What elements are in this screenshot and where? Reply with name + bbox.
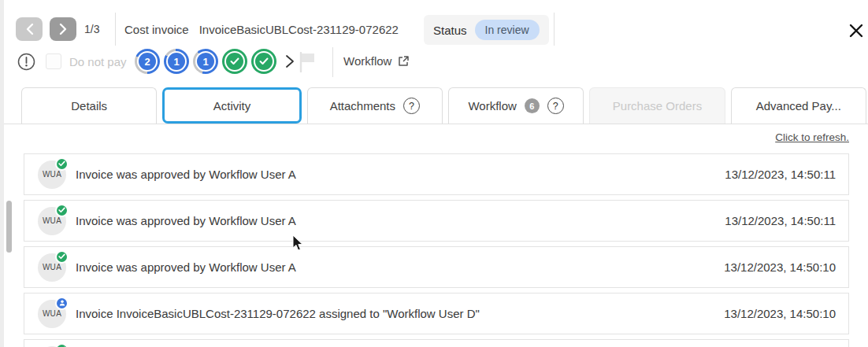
do-not-pay-checkbox[interactable] xyxy=(46,54,61,69)
activity-feed: WUA Invoice was approved by Workflow Use… xyxy=(24,153,849,347)
expand-steps-button[interactable] xyxy=(285,54,295,69)
page-indicator: 1/3 xyxy=(84,23,99,35)
status-label: Status xyxy=(433,24,467,37)
close-button[interactable] xyxy=(846,20,866,41)
tab-label: Attachments xyxy=(330,99,395,113)
workflow-link-label: Workflow xyxy=(343,54,391,68)
external-link-icon xyxy=(398,55,410,67)
activity-row: WUA Invoice was approved by Workflow Use… xyxy=(24,200,849,242)
page-title: Cost invoiceInvoiceBasicUBLCost-231129-0… xyxy=(124,23,399,36)
workflow-step-badge-done[interactable] xyxy=(251,49,276,74)
previous-invoice-button[interactable] xyxy=(16,17,43,41)
workflow-step-badge[interactable]: 2 xyxy=(135,49,160,74)
workflow-step-badge-done[interactable] xyxy=(222,49,247,74)
step-count: 1 xyxy=(168,53,185,70)
activity-text: Invoice InvoiceBasicUBLCost-231129-07262… xyxy=(76,307,480,320)
help-icon[interactable]: ? xyxy=(403,98,420,114)
activity-panel: Click to refresh. WUA Invoice was approv… xyxy=(4,124,868,347)
activity-row: WUA Invoice InvoiceBasicUBLCost-231129-0… xyxy=(24,293,849,334)
workflow-step-badge[interactable]: 1 xyxy=(193,49,218,74)
workflow-external-link[interactable]: Workflow xyxy=(343,54,410,68)
approved-badge-icon xyxy=(55,157,69,171)
activity-text: Invoice was approved by Workflow User A xyxy=(76,260,296,274)
help-icon[interactable]: ? xyxy=(547,98,564,114)
step-count: 1 xyxy=(197,53,214,70)
tab-workflow[interactable]: Workflow 6 ? xyxy=(448,87,584,124)
tab-label: Workflow xyxy=(468,99,516,113)
avatar: WUA xyxy=(38,253,66,282)
divider xyxy=(115,13,116,46)
refresh-link[interactable]: Click to refresh. xyxy=(775,131,849,143)
activity-row: WUA Invoice was approved by Workflow Use… xyxy=(24,246,849,288)
divider xyxy=(332,47,333,77)
activity-timestamp: 13/12/2023, 14:50:10 xyxy=(724,307,836,320)
tab-label: Activity xyxy=(213,99,251,113)
avatar: WUA xyxy=(38,161,66,189)
avatar: WUA xyxy=(38,207,66,235)
invoice-detail-panel: 1/3 Cost invoiceInvoiceBasicUBLCost-2311… xyxy=(0,0,868,347)
approved-badge-icon xyxy=(55,343,69,347)
doc-id-label: InvoiceBasicUBLCost-231129-072622 xyxy=(199,23,399,36)
chevron-left-icon xyxy=(25,23,34,35)
activity-timestamp: 13/12/2023, 14:50:11 xyxy=(725,168,836,181)
tab-count-badge: 6 xyxy=(525,98,540,113)
vertical-scrollbar-thumb[interactable] xyxy=(6,201,12,253)
avatar: WUA xyxy=(38,300,66,328)
doc-type-label: Cost invoice xyxy=(124,23,189,36)
tab-bar: Details Activity Attachments ? Workflow … xyxy=(21,87,866,124)
next-invoice-button[interactable] xyxy=(50,17,76,41)
activity-timestamp: 13/12/2023, 14:50:10 xyxy=(724,260,836,274)
tab-attachments[interactable]: Attachments ? xyxy=(307,87,443,124)
status-badge: In review xyxy=(475,20,540,40)
tab-activity[interactable]: Activity xyxy=(162,87,301,124)
tab-advanced-pay[interactable]: Advanced Pay... xyxy=(731,87,866,124)
divider xyxy=(554,13,555,46)
activity-text: Invoice was approved by Workflow User A xyxy=(76,214,296,227)
do-not-pay-label: Do not pay xyxy=(69,55,127,68)
alert-icon xyxy=(17,53,35,74)
workflow-step-badges: 2 1 1 xyxy=(135,49,295,74)
flag-icon[interactable] xyxy=(299,52,316,76)
tab-purchase-orders: Purchase Orders xyxy=(589,87,725,124)
step-count: 2 xyxy=(139,53,156,70)
status-group: Status In review xyxy=(424,15,549,45)
approved-badge-icon xyxy=(55,250,69,264)
close-icon xyxy=(848,23,864,39)
approved-badge-icon xyxy=(55,204,69,217)
activity-row: WUA Invoice was approved by Workflow Use… xyxy=(24,153,849,195)
check-icon xyxy=(259,57,269,65)
activity-row-partial: WUA xyxy=(24,339,849,347)
chevron-right-icon xyxy=(285,54,295,69)
chevron-right-icon xyxy=(59,23,68,35)
tab-label: Details xyxy=(71,99,107,113)
workflow-step-badge[interactable]: 1 xyxy=(164,49,189,74)
check-icon xyxy=(230,57,239,65)
activity-text: Invoice was approved by Workflow User A xyxy=(76,168,296,181)
tab-label: Purchase Orders xyxy=(613,99,702,113)
tab-label: Advanced Pay... xyxy=(756,99,841,113)
activity-timestamp: 13/12/2023, 14:50:11 xyxy=(725,214,836,227)
assigned-user-badge-icon xyxy=(55,297,69,310)
tab-details[interactable]: Details xyxy=(21,87,157,124)
